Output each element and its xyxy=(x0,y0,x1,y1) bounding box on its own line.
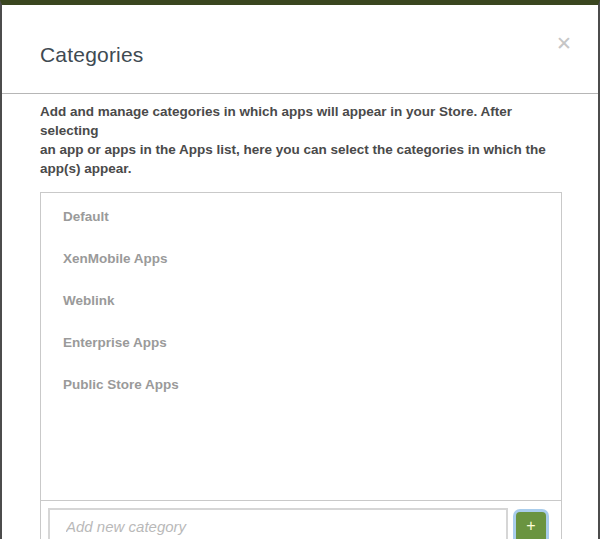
add-category-button[interactable]: + xyxy=(516,512,546,539)
close-icon[interactable]: ✕ xyxy=(550,29,578,57)
description-line: app(s) appear. xyxy=(40,159,574,178)
category-item-weblink[interactable]: Weblink xyxy=(63,279,561,321)
categories-list: Default XenMobile Apps Weblink Enterpris… xyxy=(41,193,561,500)
dialog-title: Categories xyxy=(2,5,598,67)
categories-dialog: Categories ✕ Add and manage categories i… xyxy=(0,0,600,539)
category-item-enterprise-apps[interactable]: Enterprise Apps xyxy=(63,321,561,363)
categories-panel: Default XenMobile Apps Weblink Enterpris… xyxy=(40,192,562,539)
category-item-default[interactable]: Default xyxy=(63,195,561,237)
category-item-xenmobile-apps[interactable]: XenMobile Apps xyxy=(63,237,561,279)
category-item-public-store-apps[interactable]: Public Store Apps xyxy=(63,363,561,405)
add-category-row: + xyxy=(41,500,561,539)
dialog-description: Add and manage categories in which apps … xyxy=(40,102,574,178)
add-category-input[interactable] xyxy=(48,508,508,539)
dialog-header: Categories ✕ xyxy=(2,5,598,94)
description-line: Add and manage categories in which apps … xyxy=(40,102,574,140)
description-line: an app or apps in the Apps list, here yo… xyxy=(40,140,574,159)
